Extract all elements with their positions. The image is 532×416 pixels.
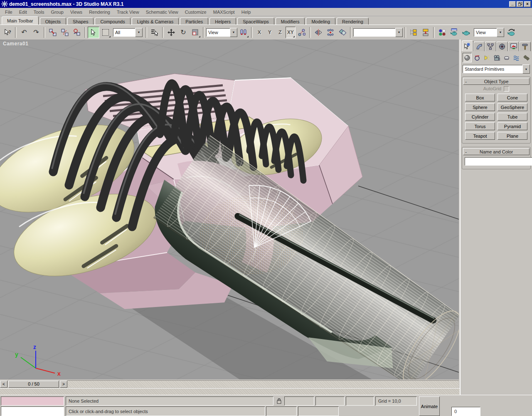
select-object-button[interactable] <box>88 27 99 38</box>
helpers-category-button[interactable] <box>502 53 511 62</box>
cylinder-button[interactable]: Cylinder <box>465 113 495 121</box>
restore-button[interactable] <box>517 1 523 7</box>
render-type-dropdown[interactable]: View ▼ <box>474 28 504 37</box>
unlink-selection-button[interactable] <box>59 27 71 38</box>
degradation-override-button[interactable] <box>341 414 351 416</box>
menu-item-edit[interactable]: Edit <box>16 9 30 15</box>
tab-compounds[interactable]: Compounds <box>95 17 130 25</box>
camera-viewport[interactable]: x y z Camera01 <box>0 40 460 379</box>
lights-category-button[interactable] <box>482 53 491 62</box>
menu-item-track-view[interactable]: Track View <box>113 9 143 15</box>
current-frame-field[interactable]: 0 <box>451 407 480 416</box>
undo-button[interactable]: ↶ <box>18 27 30 38</box>
reference-coordsys-dropdown[interactable]: View ▼ <box>206 28 237 37</box>
menu-item-help[interactable]: Help <box>238 9 254 15</box>
geometry-category-button[interactable] <box>463 53 472 62</box>
tab-display[interactable] <box>508 42 520 51</box>
dropdown-arrow-icon[interactable]: ▼ <box>135 28 143 37</box>
animate-button[interactable]: Animate <box>419 396 440 416</box>
mirror-button[interactable] <box>313 27 324 38</box>
tube-button[interactable]: Tube <box>498 113 527 121</box>
tab-particles[interactable]: Particles <box>180 17 208 25</box>
cone-button[interactable]: Cone <box>498 94 527 102</box>
help-mode-button[interactable]: ? <box>2 27 13 38</box>
open-track-view-button[interactable] <box>408 27 419 38</box>
menu-item-schematic-view[interactable]: Schematic View <box>143 9 182 15</box>
autogrid-checkbox[interactable] <box>504 86 509 92</box>
time-slider-thumb[interactable]: 0 / 50 <box>8 381 59 388</box>
menu-item-group[interactable]: Group <box>47 9 67 15</box>
dropdown-arrow-icon[interactable]: ▼ <box>395 28 403 37</box>
teapot-button[interactable]: Teapot <box>465 132 495 140</box>
render-scene-button[interactable] <box>448 27 460 38</box>
torus-button[interactable]: Torus <box>465 122 495 130</box>
pyramid-button[interactable]: Pyramid <box>498 122 527 130</box>
tab-helpers[interactable]: Helpers <box>209 17 236 25</box>
sphere-button[interactable]: Sphere <box>465 103 495 111</box>
selection-region-button[interactable] <box>100 27 111 38</box>
tab-modeling[interactable]: Modeling <box>306 17 335 25</box>
minimize-button[interactable]: _ <box>509 1 516 7</box>
tab-spacewarps[interactable]: SpaceWarps <box>237 17 274 25</box>
maxscript-mini-listener-pink[interactable] <box>1 396 64 406</box>
pivot-point-button[interactable] <box>238 27 249 38</box>
dropdown-arrow-icon[interactable]: ▼ <box>497 28 504 37</box>
inverse-kinematics-button[interactable] <box>296 27 308 38</box>
viewport-label[interactable]: Camera01 <box>3 41 28 47</box>
rotate-button[interactable]: ↻ <box>177 27 189 38</box>
dropdown-arrow-icon[interactable]: ▼ <box>522 64 530 74</box>
named-selection-sets-dropdown[interactable]: ▼ <box>353 28 403 37</box>
restrict-y-button[interactable]: Y <box>265 27 275 38</box>
bind-to-spacewarp-button[interactable] <box>71 27 83 38</box>
maxscript-mini-listener-white[interactable] <box>1 406 64 416</box>
align-button[interactable] <box>337 27 348 38</box>
select-and-link-button[interactable] <box>47 27 59 38</box>
tab-modifiers[interactable]: Modifiers <box>276 17 305 25</box>
name-color-rollout-header[interactable]: - Name and Color <box>463 148 530 155</box>
object-type-rollout-header[interactable]: - Object Type <box>463 78 530 85</box>
restrict-xy-plane-button[interactable]: XY <box>286 27 296 38</box>
render-last-button[interactable] <box>506 27 517 38</box>
menu-item-maxscript[interactable]: MAXScript <box>210 9 238 15</box>
box-button[interactable]: Box <box>465 94 495 102</box>
menu-item-rendering[interactable]: Rendering <box>86 9 113 15</box>
scale-button[interactable] <box>190 27 201 38</box>
tab-motion[interactable] <box>496 42 508 51</box>
tab-hierarchy[interactable] <box>485 42 496 51</box>
tab-create[interactable] <box>462 40 473 51</box>
shapes-category-button[interactable] <box>473 53 482 62</box>
open-schematic-view-button[interactable] <box>420 27 431 38</box>
selection-lock-button[interactable] <box>275 397 283 405</box>
plane-button[interactable]: Plane <box>498 132 527 140</box>
dropdown-arrow-icon[interactable]: ▼ <box>230 28 237 37</box>
selection-filter-dropdown[interactable]: All ▼ <box>113 28 143 37</box>
object-name-input[interactable] <box>465 157 532 166</box>
category-dropdown[interactable]: Standard Primitives ▼ <box>463 65 530 73</box>
tab-shapes[interactable]: Shapes <box>67 17 94 25</box>
cameras-category-button[interactable] <box>492 53 501 62</box>
restrict-z-button[interactable]: Z <box>275 27 285 38</box>
tab-utilities[interactable] <box>519 42 531 51</box>
redo-button[interactable]: ↷ <box>30 27 42 38</box>
time-prev-button[interactable]: < <box>0 381 7 388</box>
close-button[interactable]: × <box>524 1 531 7</box>
tab-rendering[interactable]: Rendering <box>337 17 369 25</box>
geosphere-button[interactable]: GeoSphere <box>498 103 527 111</box>
systems-category-button[interactable] <box>522 53 531 62</box>
move-button[interactable] <box>165 27 177 38</box>
time-next-button[interactable]: > <box>60 381 67 388</box>
spacewarps-category-button[interactable] <box>512 53 521 62</box>
quick-render-button[interactable] <box>461 27 472 38</box>
menu-item-views[interactable]: Views <box>67 9 86 15</box>
menu-item-file[interactable]: File <box>2 9 16 15</box>
material-editor-button[interactable] <box>436 27 448 38</box>
tab-modify[interactable] <box>473 42 485 51</box>
tab-objects[interactable]: Objects <box>40 17 66 25</box>
tab-main-toolbar[interactable]: Main Toolbar <box>2 16 39 25</box>
menu-item-tools[interactable]: Tools <box>30 9 48 15</box>
tab-lights-cameras[interactable]: Lights & Cameras <box>132 17 179 25</box>
select-by-name-button[interactable] <box>149 27 160 38</box>
time-slider-track[interactable] <box>67 380 459 388</box>
array-button[interactable] <box>325 27 336 38</box>
menu-item-customize[interactable]: Customize <box>182 9 210 15</box>
